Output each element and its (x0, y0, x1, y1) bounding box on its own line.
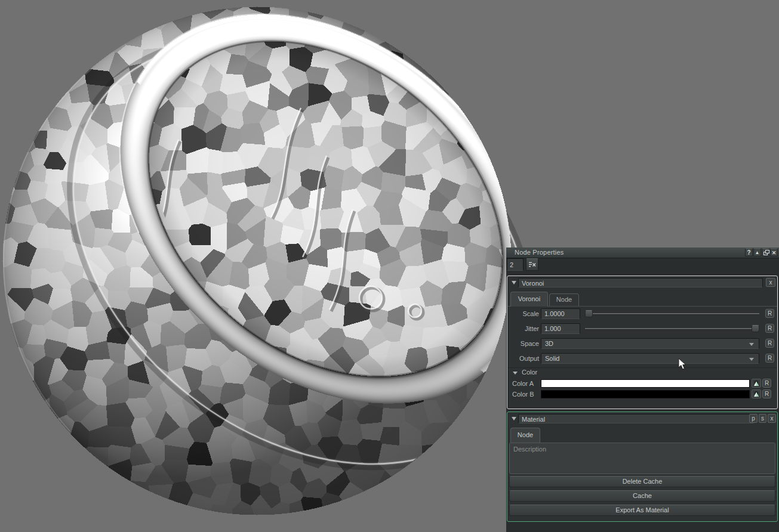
collapse-triangle-icon (513, 372, 518, 375)
color-section-header[interactable]: Color (507, 367, 777, 378)
chevron-down-icon (749, 343, 754, 346)
slider-handle[interactable] (752, 325, 759, 332)
color-a-row: Color A R (507, 379, 777, 389)
output-label: Output (507, 352, 539, 364)
material-title-field[interactable]: Material (518, 414, 755, 423)
space-dropdown-value: 3D (545, 340, 553, 347)
panel-title: Node Properties (515, 249, 564, 256)
delete-cache-button[interactable]: Delete Cache (509, 476, 775, 487)
color-a-picker-button[interactable] (752, 379, 761, 388)
slider-handle[interactable] (585, 310, 593, 317)
space-reset-button[interactable]: R (765, 339, 774, 348)
mouse-cursor (678, 358, 686, 370)
clear-list-icon (528, 261, 536, 268)
tab-node[interactable]: Node (549, 293, 579, 306)
node-properties-panel: Node Properties ? ▲ ✕ Voronoi x (506, 248, 779, 532)
space-dropdown[interactable]: 3D (541, 338, 759, 349)
space-row: Space 3D R (507, 338, 777, 350)
material-p-button[interactable]: p (749, 414, 758, 423)
application-window: Node Properties ? ▲ ✕ Voronoi x (0, 0, 779, 532)
scale-reset-button[interactable]: R (765, 309, 774, 318)
material-close-button[interactable]: x (768, 414, 776, 423)
clear-list-button[interactable] (526, 258, 538, 271)
cache-button[interactable]: Cache (509, 490, 775, 502)
space-label: Space (507, 338, 539, 349)
color-a-label: Color A (512, 379, 534, 388)
scale-slider[interactable] (585, 309, 759, 318)
voronoi-tabs: Voronoi Node (507, 292, 777, 307)
description-textarea[interactable] (509, 443, 775, 474)
voronoi-title-field[interactable]: Voronoi (518, 278, 763, 287)
scale-label: Scale (507, 308, 539, 320)
slider-track (585, 328, 759, 330)
voronoi-group: Voronoi x Voronoi Node Scale R Jitter (507, 276, 778, 409)
pin-icon[interactable]: ▲ (753, 248, 761, 256)
output-reset-button[interactable]: R (765, 354, 774, 363)
color-a-reset-button[interactable]: R (762, 379, 771, 388)
color-picker-icon (753, 391, 759, 397)
material-s-button[interactable]: s (759, 414, 766, 423)
jitter-label: Jitter (507, 323, 539, 335)
jitter-input[interactable] (541, 323, 580, 334)
collapse-triangle-icon[interactable] (512, 417, 516, 420)
output-row: Output Solid R (507, 352, 777, 365)
color-b-picker-button[interactable] (752, 389, 761, 398)
color-b-swatch[interactable] (541, 390, 750, 398)
panel-header-controls: ? ▲ ✕ (745, 248, 778, 256)
material-group: Material p s x Node Delete Cache Cache E… (507, 412, 778, 522)
scale-input[interactable] (541, 308, 580, 319)
voronoi-close-button[interactable]: x (766, 278, 775, 287)
color-b-row: Color B R (507, 389, 777, 400)
jitter-slider[interactable] (585, 324, 759, 333)
jitter-row: Jitter R (507, 323, 777, 335)
color-a-swatch[interactable] (541, 379, 750, 388)
help-icon[interactable]: ? (745, 248, 753, 256)
jitter-reset-button[interactable]: R (765, 324, 774, 333)
slider-track (585, 313, 759, 315)
restore-icon[interactable] (762, 248, 769, 256)
color-b-reset-button[interactable]: R (762, 389, 771, 398)
tab-voronoi[interactable]: Voronoi (510, 292, 548, 307)
export-as-material-button[interactable]: Export As Material (509, 505, 775, 516)
scale-row: Scale R (507, 308, 777, 320)
chevron-down-icon (749, 358, 754, 361)
color-picker-icon (753, 381, 759, 386)
tab-material-node[interactable]: Node (510, 428, 540, 443)
close-icon[interactable]: ✕ (770, 248, 778, 256)
selection-count-input[interactable] (507, 258, 524, 271)
color-section-title: Color (522, 369, 537, 376)
panel-header[interactable]: Node Properties ? ▲ ✕ (506, 248, 779, 258)
output-dropdown-value: Solid (545, 355, 559, 362)
material-tabs: Node (507, 428, 777, 442)
output-dropdown[interactable]: Solid (541, 353, 759, 364)
collapse-triangle-icon[interactable] (512, 281, 516, 284)
color-b-label: Color B (512, 389, 534, 399)
